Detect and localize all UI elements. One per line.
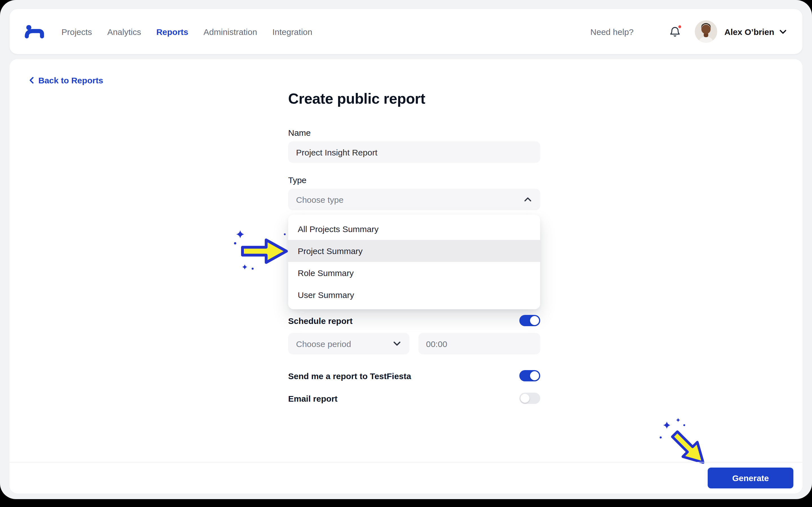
report-form: Create public report Name Type Choose ty… [288,59,540,404]
nav-projects[interactable]: Projects [61,27,92,36]
send-testfiesta-row: Send me a report to TestFiesta [288,370,540,381]
schedule-settings-row: Choose period [288,333,540,354]
email-report-row: Email report [288,393,540,404]
type-select[interactable]: Choose type [288,189,540,210]
user-name[interactable]: Alex O’brien [724,27,774,36]
topbar-right: Need help? [591,20,788,43]
notification-dot [677,24,682,29]
option-user-summary[interactable]: User Summary [288,284,540,306]
send-testfiesta-label: Send me a report to TestFiesta [288,371,411,381]
nav-integration[interactable]: Integration [272,27,312,36]
schedule-report-label: Schedule report [288,316,352,325]
generate-button[interactable]: Generate [708,467,794,489]
period-select[interactable]: Choose period [288,333,409,354]
back-to-reports-label: Back to Reports [38,75,103,85]
main-nav: Projects Analytics Reports Administratio… [61,27,312,36]
option-label: Role Summary [298,268,354,278]
chevron-down-icon [391,338,402,349]
name-input[interactable] [288,142,540,163]
toggle-knob [530,371,539,380]
nav-administration[interactable]: Administration [204,27,257,36]
create-report-card: Back to Reports Create public report Nam… [10,59,802,494]
chevron-up-icon [522,194,534,205]
type-label: Type [288,175,540,185]
chevron-left-icon [28,76,36,84]
toggle-knob [530,316,539,325]
app-window: Projects Analytics Reports Administratio… [0,0,812,507]
type-select-placeholder: Choose type [296,194,343,204]
need-help-link[interactable]: Need help? [591,27,633,36]
type-dropdown-menu: All Projects Summary Project Summary [288,215,540,309]
option-project-summary[interactable]: Project Summary [288,240,540,262]
schedule-report-row: Schedule report [288,315,540,326]
toggle-knob [520,394,529,403]
card-footer: Generate [10,462,802,494]
send-testfiesta-toggle[interactable] [519,370,540,381]
option-role-summary[interactable]: Role Summary [288,262,540,284]
user-avatar[interactable] [695,20,717,43]
option-label: User Summary [298,290,354,300]
nav-analytics[interactable]: Analytics [107,27,141,36]
option-label: All Projects Summary [298,224,378,234]
email-report-toggle[interactable] [519,393,540,404]
chevron-down-icon[interactable] [778,27,788,36]
testfiesta-logo[interactable] [24,24,45,39]
back-to-reports-link[interactable]: Back to Reports [28,75,103,85]
app-screen: Projects Analytics Reports Administratio… [0,0,812,499]
email-report-label: Email report [288,393,338,403]
name-label: Name [288,128,540,137]
option-all-projects-summary[interactable]: All Projects Summary [288,218,540,240]
period-select-placeholder: Choose period [296,339,351,348]
nav-reports[interactable]: Reports [156,27,188,36]
page-title: Create public report [288,90,540,108]
option-label: Project Summary [298,246,363,256]
notifications-bell-icon[interactable] [668,25,681,38]
top-navigation: Projects Analytics Reports Administratio… [10,9,802,54]
annotation-arrow-project-summary [234,227,290,271]
schedule-report-toggle[interactable] [519,315,540,326]
testfiesta-logo-icon [24,24,45,39]
time-input[interactable] [418,333,540,354]
